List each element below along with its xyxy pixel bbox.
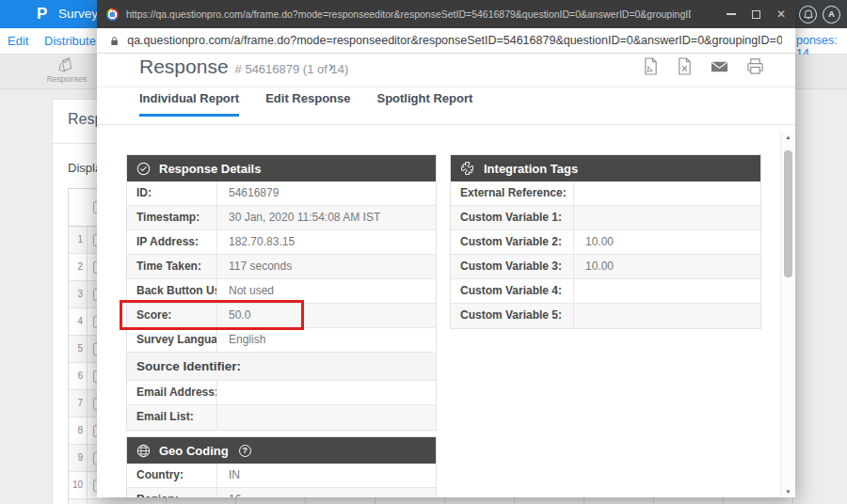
email-icon[interactable] [711,57,728,75]
section-title: Geo Coding [159,444,229,458]
print-icon[interactable] [746,57,764,75]
modal-tabs: Individual Report Edit Response Spotligh… [139,91,472,117]
screen: P Surveys A Edit Distribute ponses: 14 R… [0,0,847,504]
geo-coding-header: Geo Coding ? [127,437,436,464]
notifications-bell-button[interactable] [799,6,817,24]
table-row: Custom Variable 2:10.00 [451,230,760,255]
integration-tags-header: Integration Tags [451,155,760,181]
check-circle-icon [136,162,151,176]
toolbar-item-responses[interactable]: Responses [38,56,96,84]
table-row: Email Address: [127,381,436,405]
table-row: Email List: [127,405,436,430]
profile-avatar-button[interactable]: A [823,6,840,24]
help-icon[interactable]: ? [239,445,251,457]
responses-icon [57,56,76,73]
row-number: 10 [69,472,88,498]
table-row: Region:16 [127,488,436,497]
tab-edit-response[interactable]: Edit Response [265,91,350,117]
address-url: qa.questionpro.com/a/frame.do?mode=respo… [127,34,782,47]
next-response-button[interactable]: › [328,59,333,74]
window-close-button[interactable]: ✕ [776,8,786,20]
integration-tags-table: Integration Tags External Reference: Cus… [450,154,761,329]
window-maximize-button[interactable] [752,10,760,19]
toolbar-item-label: Responses [38,74,96,84]
table-row: ID:54616879 [127,181,436,206]
export-actions [643,57,764,75]
table-row: Custom Variable 5: [451,304,760,328]
source-identifier-subheader: Source Identifier: [127,353,436,381]
score-row: Score:50.0 [127,304,436,328]
modal-title: Response# 54616879 (1 of 14) [139,55,348,78]
avatar: A [828,9,835,19]
excel-export-icon[interactable] [677,57,693,75]
scrollbar-thumb[interactable] [784,150,792,277]
response-details-table: Response Details ID:54616879 Timestamp:3… [126,154,437,431]
puzzle-icon [460,161,475,176]
table-row: Country:IN [127,464,436,488]
row-number: 9 [69,445,88,471]
row-number [69,499,88,504]
row-number: 2 [69,254,88,280]
divider [97,124,795,125]
tab-spotlight-report[interactable]: Spotlight Report [376,91,472,117]
table-row: Survey Language:English [127,328,436,353]
popup-title-url: https://qa.questionpro.com/a/frame.do?mo… [126,8,691,20]
geo-coding-table: Geo Coding ? Country:IN Region:16 [126,436,437,497]
table-row: Custom Variable 4: [451,279,760,304]
row-number: 3 [69,281,88,307]
bell-icon [804,9,813,20]
table-row: Timestamp:30 Jan, 2020 11:54:08 AM IST [127,206,436,230]
chrome-favicon [106,8,119,21]
lock-icon [110,35,119,47]
row-number: 8 [69,417,88,444]
tab-individual-report[interactable]: Individual Report [139,91,239,117]
table-row: Back Button Usage:Not used [127,279,436,304]
scroll-up-arrow[interactable]: ▲ [781,134,795,140]
row-number: 5 [69,336,88,362]
window-minimize-button[interactable] [727,13,736,15]
section-title: Response Details [159,162,261,176]
section-title: Integration Tags [484,162,578,176]
popup-scrollbar: ▲ ▼ [780,132,794,497]
table-row: Custom Variable 1: [451,206,760,230]
table-row: Custom Variable 3:10.00 [451,255,760,279]
pdf-export-icon[interactable] [643,57,659,75]
table-row: Time Taken:117 seconds [127,255,436,279]
popup-window: https://qa.questionpro.com/a/frame.do?mo… [97,0,795,497]
background-table-strip [97,497,795,504]
menu-distribute[interactable]: Distribute [44,34,96,48]
menu-edit[interactable]: Edit [8,34,28,48]
row-number: 4 [69,308,88,335]
browser-chrome-corner: A [795,0,847,28]
row-number: 6 [69,363,88,389]
questionpro-logo[interactable]: P [37,5,47,24]
divider [97,87,795,87]
response-details-header: Response Details [127,155,436,181]
scroll-down-arrow[interactable]: ▼ [781,489,795,495]
row-number: 7 [69,390,88,417]
table-row: IP Address:182.70.83.15 [127,230,436,255]
popup-addressbar[interactable]: qa.questionpro.com/a/frame.do?mode=respo… [97,28,795,54]
table-row: External Reference: [451,181,760,206]
globe-icon [136,444,151,458]
row-number: 1 [69,227,88,253]
popup-titlebar: https://qa.questionpro.com/a/frame.do?mo… [97,0,795,28]
